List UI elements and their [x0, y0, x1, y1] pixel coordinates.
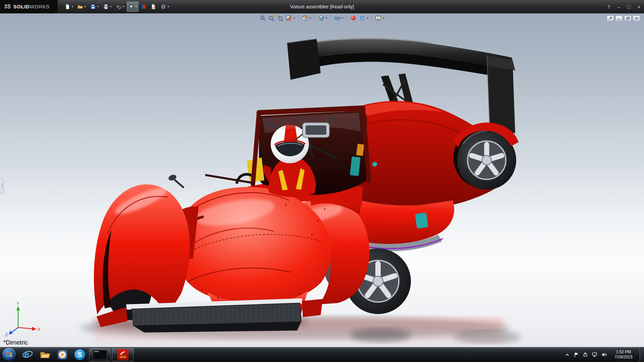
system-tray: [565, 352, 607, 357]
dropdown-arrow-icon[interactable]: [71, 6, 73, 7]
show-hidden-icons-button[interactable]: [565, 352, 570, 357]
dropdown-arrow-icon[interactable]: [293, 17, 296, 19]
window-title: Voiture assemblee [Read-only]: [290, 0, 354, 13]
network-button[interactable]: [592, 352, 597, 357]
print-button[interactable]: [101, 2, 113, 12]
expand-pane-button[interactable]: [607, 15, 614, 21]
car-3d-model[interactable]: [0, 13, 644, 347]
removable-device-button[interactable]: [583, 352, 588, 357]
volume-icon: [601, 352, 607, 357]
dropdown-arrow-icon[interactable]: [367, 17, 369, 19]
display-style-cube-icon: [318, 15, 325, 21]
open-button[interactable]: [76, 2, 88, 12]
cockpit[interactable]: [205, 108, 369, 197]
save-button[interactable]: [89, 2, 100, 12]
section-view-button[interactable]: [285, 14, 296, 22]
dropdown-arrow-icon[interactable]: [383, 17, 385, 19]
3ds-logo-icon: 3S: [4, 4, 11, 10]
clock-date: 7/28/2015: [610, 355, 637, 360]
triad-x-label: X: [38, 327, 40, 332]
file-explorer-button[interactable]: [36, 347, 54, 362]
previous-view-icon: [277, 15, 284, 21]
zoom-to-area-button[interactable]: [268, 14, 276, 22]
view-settings-button[interactable]: [374, 14, 385, 22]
front-left-fender[interactable]: [94, 174, 199, 320]
dropdown-arrow-icon[interactable]: [310, 17, 312, 19]
doc-restore-button[interactable]: [624, 15, 631, 21]
expand-pane-icon: [608, 16, 612, 20]
skype-button[interactable]: S: [71, 347, 89, 362]
heads-up-view-toolbar: [259, 14, 385, 22]
file-properties-button[interactable]: [149, 2, 158, 12]
brand-works: WORKS: [30, 4, 50, 9]
graphics-area[interactable]: Y X Z *Dimetric: [0, 13, 644, 347]
command-prompt-button[interactable]: [89, 348, 111, 361]
options-button[interactable]: [159, 2, 171, 12]
close-button[interactable]: ×: [634, 0, 644, 13]
toolbar-separator: [315, 15, 315, 21]
windows-flag-icon: [5, 351, 13, 359]
dropdown-arrow-icon[interactable]: [167, 6, 169, 7]
triad-y-label: Y: [16, 301, 19, 306]
dropdown-arrow-icon[interactable]: [326, 17, 328, 19]
doc-close-button[interactable]: [633, 15, 640, 21]
zoom-to-area-icon: [268, 15, 275, 21]
file-properties-icon: [151, 4, 157, 10]
featuremanager-collapsed-tab[interactable]: [0, 178, 4, 194]
save-icon: [90, 4, 96, 10]
dropdown-arrow-icon[interactable]: [97, 6, 99, 7]
help-button[interactable]: ?: [604, 0, 614, 13]
print-icon: [103, 4, 109, 10]
window-controls: ? – □ ×: [604, 0, 644, 13]
view-settings-icon: [375, 15, 382, 21]
toolbar-separator: [299, 15, 299, 21]
start-button[interactable]: [2, 348, 16, 361]
apply-scene-button[interactable]: [358, 14, 369, 22]
new-document-button[interactable]: [63, 2, 75, 12]
taskbar: e S 2015: [0, 347, 644, 362]
flag-icon: [574, 352, 579, 357]
dropdown-arrow-icon[interactable]: [135, 6, 137, 7]
network-icon: [592, 352, 597, 357]
hide-show-items-button[interactable]: [333, 14, 344, 22]
maximize-button[interactable]: □: [624, 0, 634, 13]
select-button[interactable]: [127, 2, 139, 12]
solidworks-2015-button[interactable]: 2015: [112, 348, 133, 361]
open-folder-icon: [77, 4, 83, 10]
action-center-button[interactable]: [574, 352, 579, 357]
dropdown-arrow-icon[interactable]: [342, 17, 344, 19]
taskbar-clock[interactable]: 1:52 PM 7/28/2015: [610, 350, 637, 360]
toolbar-separator: [331, 15, 331, 21]
solidworks-app-icon: 2015: [117, 349, 128, 360]
minimize-button[interactable]: –: [614, 0, 624, 13]
internet-explorer-icon: e: [22, 349, 33, 360]
brand-solid: SOLID: [13, 4, 30, 9]
removable-device-icon: [583, 352, 588, 357]
media-player-button[interactable]: [54, 347, 71, 362]
volume-button[interactable]: [601, 352, 607, 357]
show-desktop-button[interactable]: [640, 347, 644, 362]
section-view-icon: [286, 15, 292, 21]
options-gear-icon: [160, 4, 166, 10]
undo-button[interactable]: [114, 2, 126, 12]
new-document-icon: [64, 4, 70, 10]
dropdown-arrow-icon[interactable]: [122, 6, 124, 7]
orientation-triad[interactable]: Y X Z: [5, 301, 42, 337]
previous-view-button[interactable]: [276, 14, 284, 22]
glasses-icon: [334, 15, 341, 21]
command-prompt-icon: [93, 350, 107, 360]
doc-minimize-icon: [617, 16, 621, 20]
view-orientation-label: *Dimetric: [3, 339, 28, 346]
dropdown-arrow-icon[interactable]: [84, 6, 86, 7]
dropdown-arrow-icon[interactable]: [110, 6, 112, 7]
view-orientation-cube-icon: [302, 15, 309, 21]
solidworks-logo: 3S SOLIDWORKS: [0, 0, 58, 13]
edit-appearance-button[interactable]: [350, 14, 358, 22]
doc-minimize-button[interactable]: [615, 15, 623, 21]
edit-color-button[interactable]: [140, 2, 148, 12]
internet-explorer-button[interactable]: e: [19, 347, 36, 362]
view-orientation-button[interactable]: [301, 14, 312, 22]
main-toolbar: [63, 2, 171, 12]
zoom-to-fit-button[interactable]: [259, 14, 267, 22]
display-style-button[interactable]: [317, 14, 328, 22]
